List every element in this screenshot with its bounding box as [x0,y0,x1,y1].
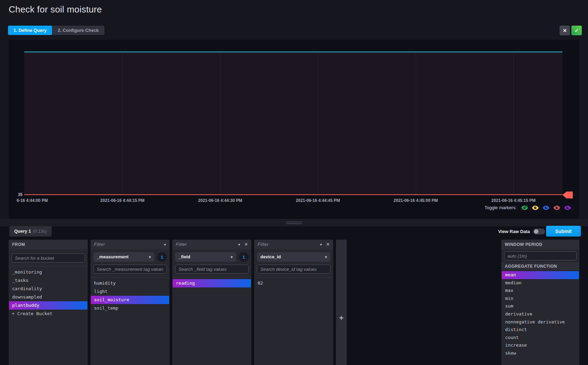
device-id-value-list: 02 [254,277,333,287]
aggregate-function-item[interactable]: nonnegative derivative [502,318,579,326]
tab-define-query[interactable]: 1. Define Query [8,26,52,35]
tag-key-dropdown[interactable]: _field ▾ [175,252,236,262]
aggregate-function-item[interactable]: mean [502,271,579,279]
x-axis-tick: 6-16 4:44:00 PM [17,198,48,203]
view-raw-data-label: View Raw Data [498,229,530,234]
close-icon: ✕ [563,28,567,33]
x-axis-tick: 2021-06-16 4:45:00 PM [384,198,447,203]
chevron-down-icon[interactable]: ▾ [320,240,322,249]
x-axis-tick: 2021-06-16 4:44:30 PM [189,198,251,203]
filter-title: Filter [94,242,105,247]
eye-icon-red[interactable] [553,205,560,210]
window-period-input[interactable] [504,251,577,260]
bucket-selector-card: FROM _monitoring_taskscardinalitydownsam… [9,240,88,365]
submit-button[interactable]: Submit [546,226,581,237]
filter-card-header: Filter ▾ ✕ [172,240,251,249]
resize-grip-line [286,222,302,222]
add-filter-button[interactable]: + [336,240,347,365]
chevron-down-icon: ▾ [231,252,233,262]
tag-value-item[interactable]: reading [173,279,251,287]
tag-value-item[interactable]: soil_moisture [91,296,169,304]
tag-value-item[interactable]: soil_temp [91,304,169,312]
save-check-button[interactable]: ✓ [571,26,582,35]
remove-filter-icon[interactable]: ✕ [244,240,248,249]
page-title: Check for soil moisture [9,4,102,15]
step-tabs: 1. Define Query 2. Configure Check [8,26,104,35]
filter-card-measurement: Filter ▾ _measurement ▾ 1 humiditylights… [90,240,170,365]
gridline [318,52,318,196]
aggregate-function-item[interactable]: median [502,279,579,287]
chevron-down-icon: ▾ [149,252,151,262]
device-id-search-input[interactable] [257,265,330,274]
resize-grip-line [286,223,302,224]
bucket-list-item[interactable]: _tasks [9,276,87,285]
y-axis-threshold-label: 35 [11,192,23,197]
check-icon: ✓ [574,28,579,33]
bucket-list-item[interactable]: plantbuddy [9,301,87,310]
window-period-header: WINDOW PERIOD [501,240,579,249]
tag-key-row: device_id ▾ [257,252,330,262]
aggregate-function-item[interactable]: derivative [502,310,579,318]
tag-key-row: _measurement ▾ 1 [93,252,167,262]
editor-actions: ✕ ✓ [560,26,582,35]
aggregate-function-item[interactable]: max [502,287,579,295]
eye-icon-blue[interactable] [543,205,550,210]
tag-value-item[interactable]: light [91,287,169,296]
aggregate-function-item[interactable]: distinct [502,326,579,334]
aggregate-function-item[interactable]: sum [502,302,579,310]
measurement-value-list: humiditylightsoil_moisturesoil_temp [91,277,169,312]
aggregate-function-item[interactable]: min [502,295,579,303]
from-header: FROM [9,240,88,249]
gridline [416,52,416,196]
aggregate-function-item[interactable]: count [502,334,579,342]
filter-card-field: Filter ▾ ✕ _field ▾ 1 reading [172,240,251,365]
x-axis-tick: 2021-06-16 4:44:45 PM [287,198,349,203]
field-search-input[interactable] [175,265,249,274]
check-editor-page: Check for soil moisture 1. Define Query … [0,0,588,365]
threshold-line [24,194,562,195]
tag-value-item[interactable]: 02 [254,279,333,287]
selected-count-badge: 1 [239,252,249,262]
toggle-markers-label: Toggle markers: [485,205,517,210]
bucket-search-input[interactable] [11,253,85,262]
plot-area [24,52,562,196]
query-tab[interactable]: Query 1(0.13s) [9,226,52,237]
aggregate-function-item[interactable]: skew [502,349,579,357]
tag-value-item[interactable]: humidity [91,279,169,287]
filter-card-header: Filter ▾ ✕ [254,240,333,249]
eye-icon-yellow[interactable] [532,205,539,210]
bucket-list-item[interactable]: downsampled [9,293,87,301]
tab-configure-check[interactable]: 2. Configure Check [52,26,104,35]
remove-filter-icon[interactable]: ✕ [326,240,330,249]
chevron-down-icon[interactable]: ▾ [238,240,240,249]
window-period-panel: WINDOW PERIOD AGGREGATE FUNCTION meanmed… [501,240,579,365]
tag-key-dropdown[interactable]: device_id ▾ [257,252,330,262]
create-bucket-button[interactable]: + Create Bucket [9,310,88,318]
eye-icon-purple[interactable] [564,205,571,210]
filter-title: Filter [258,242,269,247]
bucket-list: _monitoring_taskscardinalitydownsampledp… [9,266,87,310]
panel-resize-handle[interactable] [0,219,588,226]
chevron-down-icon[interactable]: ▾ [164,240,166,249]
tag-key-dropdown[interactable]: _measurement ▾ [93,252,154,262]
aggregate-function-header: AGGREGATE FUNCTION [501,262,579,270]
chart-panel: 35 6-16 4:44:00 PM 2021-06-16 4:44:15 PM… [9,40,579,219]
bucket-list-item[interactable]: _monitoring [9,268,87,276]
plus-icon: + [336,313,347,323]
filter-card-header: Filter ▾ [90,240,170,249]
measurement-search-input[interactable] [93,265,167,274]
cancel-button[interactable]: ✕ [560,26,570,35]
query-tab-label: Query 1 [14,229,31,234]
query-duration: (0.13s) [33,229,46,234]
tag-key-row: _field ▾ 1 [175,252,249,262]
threshold-drag-handle[interactable] [562,192,573,198]
aggregate-function-item[interactable]: increase [502,341,579,349]
bucket-list-item[interactable]: cardinality [9,285,87,293]
view-raw-data-toggle[interactable] [533,229,545,234]
filter-card-device-id: Filter ▾ ✕ device_id ▾ 02 [254,240,333,365]
toggle-markers-row: Toggle markers: [485,205,571,210]
tag-key-value: device_id [260,254,281,259]
tag-key-value: _field [179,254,190,259]
gridline [122,52,123,196]
eye-off-icon-green[interactable] [521,205,528,210]
